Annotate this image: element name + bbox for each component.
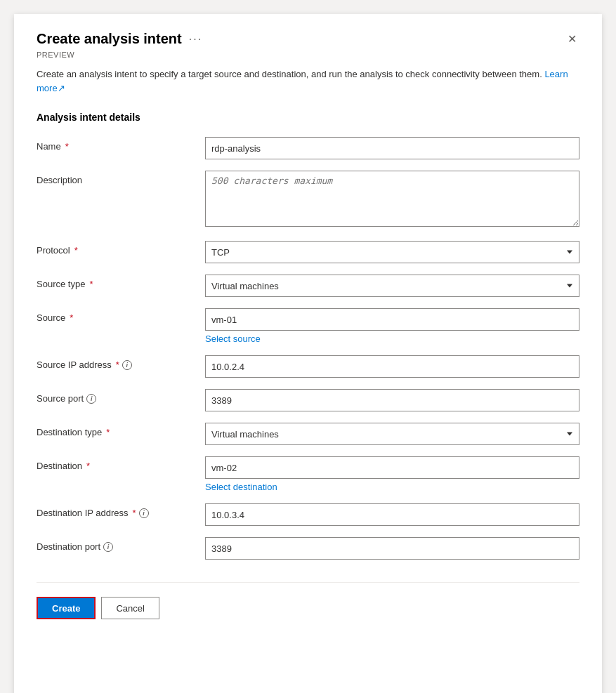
source-label: Source* — [37, 308, 205, 323]
select-destination-link[interactable]: Select destination — [205, 482, 579, 492]
destination-type-control: Virtual machines IP address Subnet — [205, 423, 579, 445]
destination-ip-control — [205, 503, 579, 526]
source-type-row: Source type* Virtual machines IP address… — [37, 275, 579, 297]
description-row: Description — [37, 171, 579, 230]
source-ip-input[interactable] — [205, 355, 579, 378]
destination-port-info-icon[interactable]: i — [103, 542, 113, 552]
panel-header: Create analysis intent ··· ✕ — [37, 31, 579, 48]
destination-port-control — [205, 537, 579, 560]
create-button[interactable]: Create — [37, 597, 96, 619]
destination-row: Destination* Select destination — [37, 456, 579, 492]
name-input[interactable] — [205, 137, 579, 159]
close-button[interactable]: ✕ — [565, 31, 579, 48]
name-control — [205, 137, 579, 159]
source-type-select[interactable]: Virtual machines IP address Subnet — [205, 275, 579, 297]
select-source-link[interactable]: Select source — [205, 334, 579, 344]
name-label: Name* — [37, 137, 205, 152]
protocol-select[interactable]: TCP UDP Any — [205, 241, 579, 263]
source-port-info-icon[interactable]: i — [86, 394, 96, 404]
destination-port-row: Destination port i — [37, 537, 579, 560]
name-row: Name* — [37, 137, 579, 159]
source-ip-row: Source IP address* i — [37, 355, 579, 378]
destination-port-label: Destination port i — [37, 537, 205, 552]
destination-ip-input[interactable] — [205, 503, 579, 526]
source-ip-label: Source IP address* i — [37, 355, 205, 370]
protocol-row: Protocol* TCP UDP Any — [37, 241, 579, 263]
protocol-label: Protocol* — [37, 241, 205, 256]
destination-input[interactable] — [205, 456, 579, 479]
destination-type-select-wrapper: Virtual machines IP address Subnet — [205, 423, 579, 445]
source-port-control — [205, 389, 579, 411]
source-port-input[interactable] — [205, 389, 579, 411]
destination-type-select[interactable]: Virtual machines IP address Subnet — [205, 423, 579, 445]
source-ip-info-icon[interactable]: i — [122, 360, 132, 370]
destination-ip-row: Destination IP address* i — [37, 503, 579, 526]
more-options-icon[interactable]: ··· — [189, 33, 202, 46]
panel-description: Create an analysis intent to specify a t… — [37, 67, 579, 95]
preview-label: PREVIEW — [37, 51, 579, 59]
protocol-control: TCP UDP Any — [205, 241, 579, 263]
description-control — [205, 171, 579, 230]
destination-control: Select destination — [205, 456, 579, 492]
source-type-control: Virtual machines IP address Subnet — [205, 275, 579, 297]
destination-port-input[interactable] — [205, 537, 579, 560]
destination-ip-info-icon[interactable]: i — [139, 508, 149, 518]
cancel-button[interactable]: Cancel — [101, 597, 159, 619]
destination-label: Destination* — [37, 456, 205, 471]
description-text: Create an analysis intent to specify a t… — [37, 69, 542, 79]
source-ip-control — [205, 355, 579, 378]
source-type-select-wrapper: Virtual machines IP address Subnet — [205, 275, 579, 297]
panel-title: Create analysis intent — [37, 31, 182, 47]
protocol-select-wrapper: TCP UDP Any — [205, 241, 579, 263]
source-type-label: Source type* — [37, 275, 205, 289]
destination-ip-label: Destination IP address* i — [37, 503, 205, 518]
destination-type-row: Destination type* Virtual machines IP ad… — [37, 423, 579, 445]
create-analysis-intent-panel: Create analysis intent ··· ✕ PREVIEW Cre… — [14, 14, 602, 693]
source-port-row: Source port i — [37, 389, 579, 411]
section-title: Analysis intent details — [37, 112, 579, 123]
source-port-label: Source port i — [37, 389, 205, 404]
source-input[interactable] — [205, 308, 579, 331]
destination-type-label: Destination type* — [37, 423, 205, 437]
footer: Create Cancel — [37, 582, 579, 619]
description-textarea[interactable] — [205, 171, 579, 227]
source-control: Select source — [205, 308, 579, 344]
description-label: Description — [37, 171, 205, 185]
source-row: Source* Select source — [37, 308, 579, 344]
